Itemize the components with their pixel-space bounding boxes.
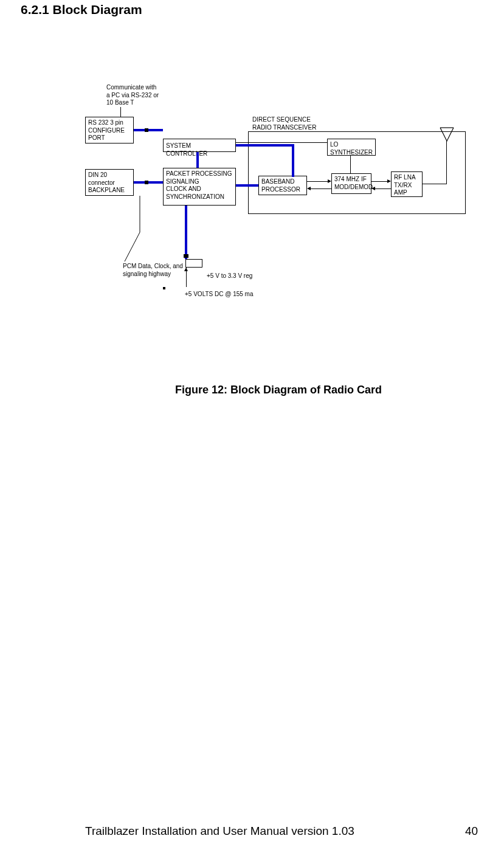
wire [375, 188, 391, 189]
wire [196, 152, 199, 168]
block-backplane: DIN 20connectorBACKPLANE [85, 169, 134, 196]
wire [185, 206, 187, 259]
block-rf-lna: RF LNATX/RXAMP [391, 171, 423, 197]
antenna-icon [439, 126, 455, 144]
figure-caption: Figure 12: Block Diagram of Radio Card [175, 384, 382, 396]
wire [292, 144, 294, 177]
reg-label: +5 V to 3.3 V reg [207, 272, 252, 280]
block-diagram: Communicate witha PC via RS-232 or10 Bas… [85, 73, 467, 280]
wire [423, 184, 447, 184]
wire [134, 181, 163, 184]
wire [371, 181, 387, 182]
pad [145, 128, 148, 132]
note-pc: Communicate witha PC via RS-232 or10 Bas… [106, 84, 159, 107]
note-pcm: PCM Data, Clock, andsignaling highway [123, 263, 183, 278]
svg-line-1 [125, 232, 140, 261]
arrow-icon [184, 268, 188, 271]
section-heading: 6.2.1 Block Diagram [21, 2, 142, 17]
footer-title: Trailblazer Installation and User Manual… [85, 825, 354, 838]
wire [307, 181, 328, 182]
arrow-icon [371, 187, 375, 190]
block-lo-synth: LOSYNTHESIZER [327, 139, 376, 156]
wire [236, 144, 294, 147]
leader-line [120, 107, 121, 117]
pad [145, 181, 148, 184]
wire [311, 188, 331, 189]
footer-page-number: 40 [465, 825, 478, 838]
power-label: +5 VOLTS DC @ 155 ma [185, 291, 254, 299]
block-system-controller: SYSTEM CONTROLLER [163, 139, 236, 152]
wire [134, 129, 163, 131]
leader-line-pcm [119, 196, 149, 263]
wire [236, 184, 258, 187]
wire [350, 156, 351, 173]
block-packet-proc: PACKET PROCESSINGSIGNALINGCLOCK ANDSYNCH… [163, 168, 236, 206]
block-baseband: BASEBANDPROCESSOR [258, 176, 307, 195]
pad [163, 287, 165, 289]
regulator-box [185, 259, 202, 268]
arrow-icon [387, 179, 391, 183]
transceiver-title: DIRECT SEQUENCERADIO TRANSCEIVER [252, 116, 316, 131]
arrow-icon [328, 179, 331, 183]
pad [184, 254, 188, 258]
block-if-mod: 374 MHZ IFMOD/DEMOD [331, 173, 371, 194]
arrow-icon [307, 187, 311, 190]
block-configure-port: RS 232 3 pinCONFIGUREPORT [85, 117, 134, 144]
wire [236, 142, 327, 143]
wire [446, 141, 447, 184]
